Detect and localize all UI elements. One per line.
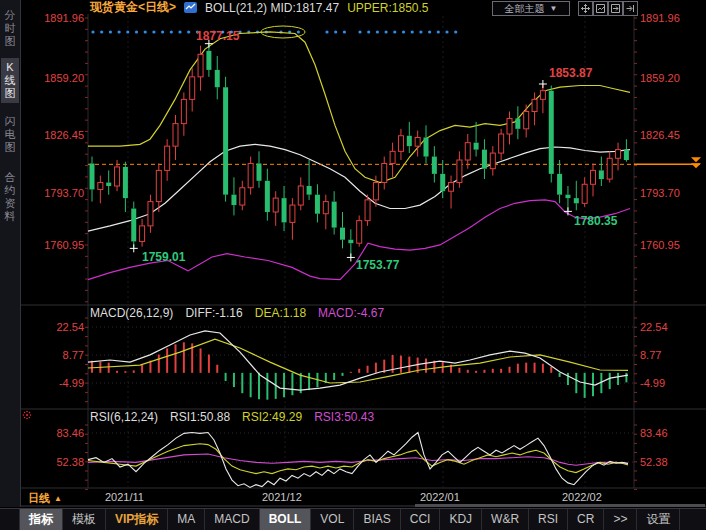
zoom-area-button[interactable]	[593, 1, 608, 16]
macd-panel-header: MACD(26,12,9) DIFF:-1.16 DEA:1.18 MACD:-…	[90, 306, 384, 320]
rsi-panel-header: RSI(6,12,24) RSI1:50.88 RSI2:49.29 RSI3:…	[90, 410, 374, 424]
toolbar-item-wr[interactable]: W&R	[482, 509, 529, 530]
instrument-title: 现货黄金<日线>	[90, 0, 176, 16]
period-selector[interactable]: 日线 ▲	[28, 491, 62, 506]
panel-marker-icon	[23, 411, 32, 420]
theme-dropdown-label: 全部主题	[505, 2, 545, 16]
kline-chart-icon[interactable]	[184, 2, 197, 13]
toolbar-item-cci[interactable]: CCI	[401, 509, 441, 530]
chart-header: 现货黄金<日线> BOLL(21,2) MID:1817.47 UPPER:18…	[90, 1, 429, 14]
bottom-toolbar: 指标模板VIP指标MAMACDBOLLVOLBIASCCIKDJW&RRSICR…	[0, 508, 706, 530]
mid-value-label: MID:1817.47	[270, 1, 339, 15]
sidebar-tab-flash[interactable]: 闪电图	[1, 112, 19, 157]
toolbar-item-macd[interactable]: MACD	[205, 509, 259, 530]
boll-indicator-label: BOLL(21,2) MID:1817.47	[205, 1, 339, 15]
toolbar-item-template[interactable]: 模板	[63, 509, 106, 530]
dea-value-label: DEA:1.18	[255, 306, 306, 320]
toolbar-item-settings[interactable]: 设置	[637, 509, 680, 530]
toolbar-item-rsi[interactable]: RSI	[529, 509, 568, 530]
price-marker-icon	[691, 157, 701, 168]
toolbar-item-boll[interactable]: BOLL	[260, 509, 312, 530]
toolbar-item-bias[interactable]: BIAS	[354, 509, 400, 530]
sidebar-tab-time-share[interactable]: 分时图	[1, 6, 19, 51]
sidebar-tab-contract-info[interactable]: 合约资料	[1, 168, 19, 226]
pan-tool-icon	[581, 4, 590, 13]
scrollbar-thumb[interactable]	[415, 504, 705, 507]
triangle-up-icon: ▲	[54, 494, 62, 503]
toolbar-item-cr[interactable]: CR	[568, 509, 604, 530]
toolbar-item-vol[interactable]: VOL	[311, 509, 354, 530]
chart-canvas[interactable]	[0, 0, 706, 530]
toolbar-item-kdj[interactable]: KDJ	[440, 509, 482, 530]
toolbar-item-vip-indicator[interactable]: VIP指标	[106, 509, 168, 530]
toolbar-item-ma[interactable]: MA	[168, 509, 205, 530]
jump-latest-button[interactable]	[623, 1, 638, 16]
rsi3-value-label: RSI3:50.43	[314, 410, 374, 424]
theme-dropdown[interactable]: 全部主题 ▼	[492, 1, 570, 16]
sidebar-tab-kline[interactable]: K线图	[1, 58, 19, 103]
toolbar-spacer	[0, 509, 20, 530]
toolbar-item-indicator[interactable]: 指标	[20, 509, 63, 530]
macd-value-label: MACD:-4.67	[318, 306, 384, 320]
scroll-right-icon	[611, 4, 620, 13]
chevron-down-icon: ▼	[550, 4, 558, 13]
upper-value-label: UPPER:1850.5	[347, 1, 428, 15]
rsi1-value-label: RSI1:50.88	[170, 410, 230, 424]
sidebar: 分时图K线图闪电图合约资料	[0, 0, 21, 507]
period-label: 日线	[28, 491, 50, 506]
macd-title: MACD(26,12,9)	[90, 306, 173, 320]
scroll-right-button[interactable]	[608, 1, 623, 16]
diff-value-label: DIFF:-1.16	[185, 306, 242, 320]
rsi2-value-label: RSI2:49.29	[242, 410, 302, 424]
jump-latest-icon	[626, 4, 635, 13]
rsi-title: RSI(6,12,24)	[90, 410, 158, 424]
zoom-area-icon	[596, 4, 605, 13]
pan-tool-button[interactable]	[578, 1, 593, 16]
toolbar-item-more[interactable]: >>	[604, 509, 637, 530]
